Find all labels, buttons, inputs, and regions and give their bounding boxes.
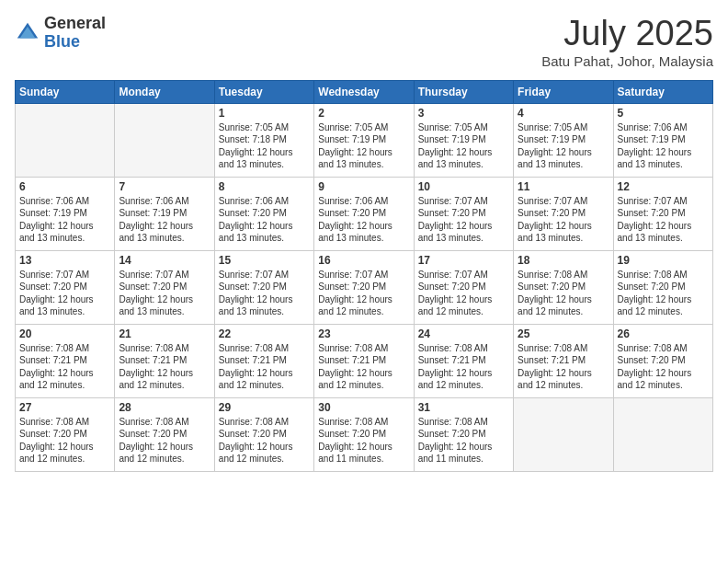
calendar-cell: 26Sunrise: 7:08 AM Sunset: 7:20 PM Dayli… xyxy=(613,324,712,397)
calendar-cell: 9Sunrise: 7:06 AM Sunset: 7:20 PM Daylig… xyxy=(314,177,414,250)
calendar-cell: 21Sunrise: 7:08 AM Sunset: 7:21 PM Dayli… xyxy=(115,324,214,397)
logo-text: General Blue xyxy=(44,15,106,52)
weekday-header: Thursday xyxy=(414,80,513,103)
calendar-cell: 30Sunrise: 7:08 AM Sunset: 7:20 PM Dayli… xyxy=(314,397,414,471)
logo-general-text: General xyxy=(44,15,106,33)
week-row: 27Sunrise: 7:08 AM Sunset: 7:20 PM Dayli… xyxy=(16,397,713,471)
calendar-cell: 14Sunrise: 7:07 AM Sunset: 7:20 PM Dayli… xyxy=(115,250,214,324)
day-info: Sunrise: 7:06 AM Sunset: 7:19 PM Dayligh… xyxy=(19,195,110,245)
day-number: 27 xyxy=(19,401,110,414)
calendar-cell: 27Sunrise: 7:08 AM Sunset: 7:20 PM Dayli… xyxy=(16,397,115,471)
weekday-header-row: SundayMondayTuesdayWednesdayThursdayFrid… xyxy=(16,80,713,103)
day-number: 11 xyxy=(518,180,609,193)
day-info: Sunrise: 7:08 AM Sunset: 7:21 PM Dayligh… xyxy=(318,342,409,392)
page-header: General Blue July 2025 Batu Pahat, Johor… xyxy=(15,15,713,69)
calendar-cell: 5Sunrise: 7:06 AM Sunset: 7:19 PM Daylig… xyxy=(613,103,712,177)
day-info: Sunrise: 7:08 AM Sunset: 7:21 PM Dayligh… xyxy=(219,342,310,392)
day-info: Sunrise: 7:07 AM Sunset: 7:20 PM Dayligh… xyxy=(418,269,509,318)
calendar-cell xyxy=(514,397,613,471)
day-number: 6 xyxy=(19,180,110,193)
calendar-cell: 13Sunrise: 7:07 AM Sunset: 7:20 PM Dayli… xyxy=(16,250,115,324)
logo-icon xyxy=(15,20,40,46)
day-number: 4 xyxy=(518,107,609,120)
week-row: 20Sunrise: 7:08 AM Sunset: 7:21 PM Dayli… xyxy=(16,324,713,397)
day-info: Sunrise: 7:08 AM Sunset: 7:21 PM Dayligh… xyxy=(19,342,110,392)
day-info: Sunrise: 7:06 AM Sunset: 7:19 PM Dayligh… xyxy=(618,121,709,171)
day-info: Sunrise: 7:06 AM Sunset: 7:19 PM Dayligh… xyxy=(119,195,210,245)
day-info: Sunrise: 7:05 AM Sunset: 7:18 PM Dayligh… xyxy=(219,121,310,171)
calendar-cell: 11Sunrise: 7:07 AM Sunset: 7:20 PM Dayli… xyxy=(514,177,613,250)
day-info: Sunrise: 7:08 AM Sunset: 7:20 PM Dayligh… xyxy=(518,269,609,318)
weekday-header: Wednesday xyxy=(314,80,414,103)
weekday-header: Saturday xyxy=(613,80,712,103)
day-number: 15 xyxy=(219,254,310,267)
title-block: July 2025 Batu Pahat, Johor, Malaysia xyxy=(541,15,713,69)
day-info: Sunrise: 7:07 AM Sunset: 7:20 PM Dayligh… xyxy=(618,195,709,245)
month-title: July 2025 xyxy=(541,15,713,53)
week-row: 1Sunrise: 7:05 AM Sunset: 7:18 PM Daylig… xyxy=(16,103,713,177)
day-number: 23 xyxy=(318,327,409,340)
day-info: Sunrise: 7:05 AM Sunset: 7:19 PM Dayligh… xyxy=(518,121,609,171)
day-info: Sunrise: 7:05 AM Sunset: 7:19 PM Dayligh… xyxy=(418,121,509,171)
calendar-cell xyxy=(16,103,115,177)
day-info: Sunrise: 7:06 AM Sunset: 7:20 PM Dayligh… xyxy=(219,195,310,245)
calendar-cell: 17Sunrise: 7:07 AM Sunset: 7:20 PM Dayli… xyxy=(414,250,513,324)
day-number: 17 xyxy=(418,254,509,267)
day-number: 25 xyxy=(518,327,609,340)
calendar-cell: 4Sunrise: 7:05 AM Sunset: 7:19 PM Daylig… xyxy=(514,103,613,177)
calendar-cell: 19Sunrise: 7:08 AM Sunset: 7:20 PM Dayli… xyxy=(613,250,712,324)
day-info: Sunrise: 7:05 AM Sunset: 7:19 PM Dayligh… xyxy=(318,121,409,171)
day-number: 9 xyxy=(318,180,409,193)
day-info: Sunrise: 7:07 AM Sunset: 7:20 PM Dayligh… xyxy=(518,195,609,245)
day-info: Sunrise: 7:08 AM Sunset: 7:21 PM Dayligh… xyxy=(518,342,609,392)
day-info: Sunrise: 7:07 AM Sunset: 7:20 PM Dayligh… xyxy=(119,269,210,318)
day-number: 31 xyxy=(418,401,509,414)
logo: General Blue xyxy=(15,15,106,52)
day-info: Sunrise: 7:08 AM Sunset: 7:20 PM Dayligh… xyxy=(219,416,310,465)
calendar-cell: 31Sunrise: 7:08 AM Sunset: 7:20 PM Dayli… xyxy=(414,397,513,471)
day-number: 24 xyxy=(418,327,509,340)
day-number: 30 xyxy=(318,401,409,414)
day-info: Sunrise: 7:06 AM Sunset: 7:20 PM Dayligh… xyxy=(318,195,409,245)
day-info: Sunrise: 7:08 AM Sunset: 7:20 PM Dayligh… xyxy=(119,416,210,465)
day-number: 3 xyxy=(418,107,509,120)
logo-blue-text: Blue xyxy=(44,33,106,52)
day-number: 16 xyxy=(318,254,409,267)
day-number: 10 xyxy=(418,180,509,193)
day-info: Sunrise: 7:08 AM Sunset: 7:20 PM Dayligh… xyxy=(618,269,709,318)
calendar-cell xyxy=(613,397,712,471)
day-number: 7 xyxy=(119,180,210,193)
calendar-cell: 23Sunrise: 7:08 AM Sunset: 7:21 PM Dayli… xyxy=(314,324,414,397)
day-number: 28 xyxy=(119,401,210,414)
day-info: Sunrise: 7:07 AM Sunset: 7:20 PM Dayligh… xyxy=(318,269,409,318)
weekday-header: Monday xyxy=(115,80,214,103)
week-row: 13Sunrise: 7:07 AM Sunset: 7:20 PM Dayli… xyxy=(16,250,713,324)
day-number: 5 xyxy=(618,107,709,120)
calendar-cell: 2Sunrise: 7:05 AM Sunset: 7:19 PM Daylig… xyxy=(314,103,414,177)
calendar-cell xyxy=(115,103,214,177)
day-info: Sunrise: 7:08 AM Sunset: 7:20 PM Dayligh… xyxy=(318,416,409,465)
calendar-table: SundayMondayTuesdayWednesdayThursdayFrid… xyxy=(15,80,713,472)
day-info: Sunrise: 7:08 AM Sunset: 7:21 PM Dayligh… xyxy=(119,342,210,392)
day-number: 2 xyxy=(318,107,409,120)
day-number: 22 xyxy=(219,327,310,340)
calendar-cell: 3Sunrise: 7:05 AM Sunset: 7:19 PM Daylig… xyxy=(414,103,513,177)
day-number: 1 xyxy=(219,107,310,120)
calendar-cell: 16Sunrise: 7:07 AM Sunset: 7:20 PM Dayli… xyxy=(314,250,414,324)
weekday-header: Tuesday xyxy=(214,80,313,103)
calendar-cell: 8Sunrise: 7:06 AM Sunset: 7:20 PM Daylig… xyxy=(214,177,313,250)
week-row: 6Sunrise: 7:06 AM Sunset: 7:19 PM Daylig… xyxy=(16,177,713,250)
calendar-cell: 28Sunrise: 7:08 AM Sunset: 7:20 PM Dayli… xyxy=(115,397,214,471)
day-number: 26 xyxy=(618,327,709,340)
calendar-cell: 6Sunrise: 7:06 AM Sunset: 7:19 PM Daylig… xyxy=(16,177,115,250)
day-info: Sunrise: 7:08 AM Sunset: 7:20 PM Dayligh… xyxy=(618,342,709,392)
day-number: 13 xyxy=(19,254,110,267)
day-number: 8 xyxy=(219,180,310,193)
location-subtitle: Batu Pahat, Johor, Malaysia xyxy=(541,53,713,69)
day-info: Sunrise: 7:08 AM Sunset: 7:21 PM Dayligh… xyxy=(418,342,509,392)
day-number: 20 xyxy=(19,327,110,340)
day-number: 19 xyxy=(618,254,709,267)
calendar-cell: 29Sunrise: 7:08 AM Sunset: 7:20 PM Dayli… xyxy=(214,397,313,471)
calendar-cell: 1Sunrise: 7:05 AM Sunset: 7:18 PM Daylig… xyxy=(214,103,313,177)
day-info: Sunrise: 7:08 AM Sunset: 7:20 PM Dayligh… xyxy=(418,416,509,465)
